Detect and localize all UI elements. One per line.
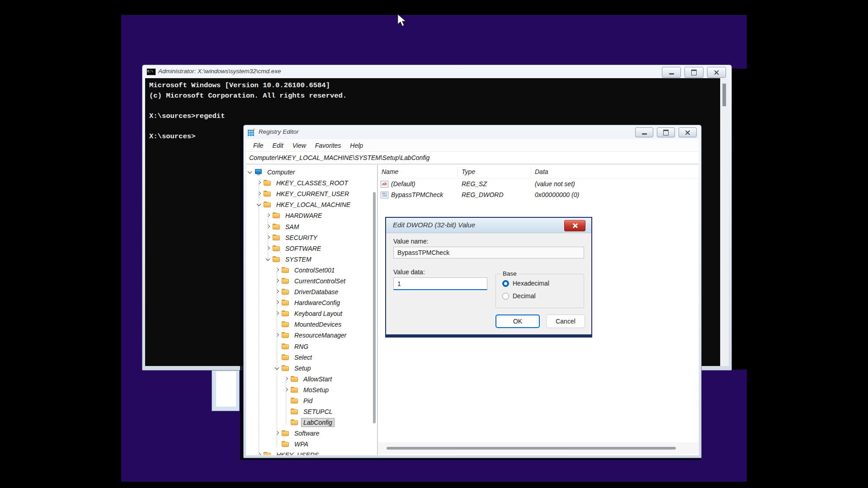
tree-item-controlset001[interactable]: ControlSet001: [246, 265, 377, 276]
expander-collapsed-icon[interactable]: [256, 191, 262, 197]
tree-item-rng[interactable]: RNG: [246, 341, 377, 352]
folder-icon: [282, 289, 290, 295]
tree-item-hkey-local-machine[interactable]: HKEY_LOCAL_MACHINE: [246, 199, 377, 210]
horizontal-scrollbar-thumb[interactable]: [387, 447, 676, 450]
expander-collapsed-icon[interactable]: [265, 235, 271, 241]
tree-item-software[interactable]: SOFTWARE: [246, 243, 377, 254]
folder-icon: [273, 256, 281, 263]
background-window-fragment: [212, 370, 240, 411]
tree-item-currentcontrolset[interactable]: CurrentControlSet: [246, 276, 377, 286]
expander-collapsed-icon[interactable]: [256, 180, 262, 186]
expander-expanded-icon[interactable]: [265, 256, 271, 263]
address-bar[interactable]: Computer\HKEY_LOCAL_MACHINE\SYSTEM\Setup…: [246, 152, 699, 164]
registry-value-row--default-[interactable]: ab(Default)REG_SZ(value not set): [378, 178, 698, 189]
folder-icon: [273, 235, 281, 241]
tree-item-label: SAM: [283, 223, 301, 231]
expander-collapsed-icon[interactable]: [283, 376, 289, 382]
close-button[interactable]: [679, 127, 697, 137]
tree-item-label: HKEY_USERS: [274, 451, 321, 455]
expander-collapsed-icon[interactable]: [265, 224, 271, 230]
tree-item-computer[interactable]: Computer: [246, 167, 377, 178]
expander-collapsed-icon[interactable]: [265, 245, 271, 252]
tree-item-sam[interactable]: SAM: [246, 221, 377, 232]
cancel-button[interactable]: Cancel: [546, 314, 585, 328]
tree-item-label: RNG: [292, 343, 310, 351]
value-data-cell: (value not set): [531, 180, 698, 188]
menu-favorites[interactable]: Favorites: [311, 142, 346, 149]
radio-row-hexadecimal[interactable]: Hexadecimal: [502, 280, 549, 287]
expander-collapsed-icon[interactable]: [274, 300, 280, 306]
radio-row-decimal[interactable]: Decimal: [502, 292, 536, 300]
tree-item-label: ControlSet001: [292, 266, 337, 274]
column-header-type[interactable]: Type: [458, 167, 531, 176]
column-header-name[interactable]: Name: [378, 167, 458, 176]
maximize-button[interactable]: [657, 127, 675, 137]
cmd-scrollbar[interactable]: [720, 78, 729, 366]
registry-titlebar[interactable]: Registry Editor: [244, 125, 701, 139]
tree-item-wpa[interactable]: WPA: [246, 439, 377, 450]
menu-help[interactable]: Help: [345, 142, 368, 149]
tree-item-security[interactable]: SECURITY: [246, 232, 377, 243]
tree-item-resourcemanager[interactable]: ResourceManager: [246, 330, 377, 341]
value-name-field[interactable]: BypassTPMCheck: [393, 247, 584, 258]
tree-item-keyboard-layout[interactable]: Keyboard Layout: [246, 308, 377, 319]
folder-icon: [291, 376, 299, 382]
tree-item-driverdatabase[interactable]: DriverDatabase: [246, 286, 377, 297]
tree-item-setupcl[interactable]: SETUPCL: [246, 406, 377, 417]
expander-expanded-icon[interactable]: [256, 202, 262, 208]
expander-spacer: [283, 398, 289, 404]
column-header-data[interactable]: Data: [531, 167, 698, 176]
folder-icon: [282, 354, 290, 361]
cmd-scrollbar-thumb[interactable]: [722, 84, 726, 106]
maximize-icon: [691, 70, 697, 75]
value-name-text: BypassTPMCheck: [391, 191, 443, 198]
ok-button[interactable]: OK: [495, 314, 540, 328]
expander-spacer: [274, 354, 280, 361]
tree-item-select[interactable]: Select: [246, 352, 377, 363]
expander-collapsed-icon[interactable]: [274, 310, 280, 317]
expander-expanded-icon[interactable]: [247, 169, 253, 175]
registry-value-row-bypasstpmcheck[interactable]: 011110BypassTPMCheckREG_DWORD0x00000000 …: [378, 189, 698, 200]
expander-collapsed-icon[interactable]: [274, 289, 280, 295]
tree-item-hardware[interactable]: HARDWARE: [246, 210, 377, 221]
folder-icon: [273, 224, 281, 230]
folder-icon: [264, 180, 272, 186]
tree-item-allowstart[interactable]: AllowStart: [246, 374, 377, 385]
expander-collapsed-icon[interactable]: [274, 278, 280, 284]
tree-item-label: HardwareConfig: [292, 299, 342, 307]
tree-item-software[interactable]: Software: [246, 428, 377, 439]
minimize-button[interactable]: [662, 67, 681, 78]
address-path: Computer\HKEY_LOCAL_MACHINE\SYSTEM\Setup…: [249, 154, 429, 161]
radio-unselected-icon[interactable]: [502, 293, 509, 300]
tree-item-system[interactable]: SYSTEM: [246, 254, 377, 265]
minimize-button[interactable]: [635, 127, 653, 137]
tree-item-mosetup[interactable]: MoSetup: [246, 385, 377, 395]
radio-selected-icon[interactable]: [502, 280, 509, 287]
tree-item-pid[interactable]: Pid: [246, 395, 377, 406]
horizontal-scrollbar[interactable]: [378, 442, 698, 454]
maximize-button[interactable]: [684, 67, 703, 78]
expander-collapsed-icon[interactable]: [283, 387, 289, 393]
tree-scrollbar-thumb[interactable]: [373, 192, 376, 423]
dialog-close-button[interactable]: [564, 220, 585, 231]
cmd-titlebar[interactable]: C:\ Administrator: X:\windows\system32\c…: [142, 65, 731, 78]
menu-view[interactable]: View: [288, 142, 311, 149]
tree-item-hkey-users[interactable]: HKEY_USERS: [246, 450, 377, 455]
tree-item-mounteddevices[interactable]: MountedDevices: [246, 319, 377, 330]
tree-item-hardwareconfig[interactable]: HardwareConfig: [246, 297, 377, 308]
menu-file[interactable]: File: [249, 142, 268, 149]
expander-collapsed-icon[interactable]: [274, 430, 280, 436]
tree-item-setup[interactable]: Setup: [246, 363, 377, 374]
expander-collapsed-icon[interactable]: [274, 267, 280, 273]
expander-collapsed-icon[interactable]: [274, 332, 280, 338]
tree-item-labconfig[interactable]: LabConfig: [246, 417, 377, 428]
close-button[interactable]: [707, 67, 726, 78]
expander-collapsed-icon[interactable]: [256, 452, 262, 455]
expander-expanded-icon[interactable]: [274, 365, 280, 371]
tree-item-hkey-classes-root[interactable]: HKEY_CLASSES_ROOT: [246, 178, 377, 188]
dialog-titlebar[interactable]: Edit DWORD (32-bit) Value: [386, 218, 591, 233]
value-data-input[interactable]: 1: [393, 277, 487, 290]
tree-item-hkey-current-user[interactable]: HKEY_CURRENT_USER: [246, 188, 377, 199]
expander-collapsed-icon[interactable]: [265, 212, 271, 219]
menu-edit[interactable]: Edit: [268, 142, 288, 149]
